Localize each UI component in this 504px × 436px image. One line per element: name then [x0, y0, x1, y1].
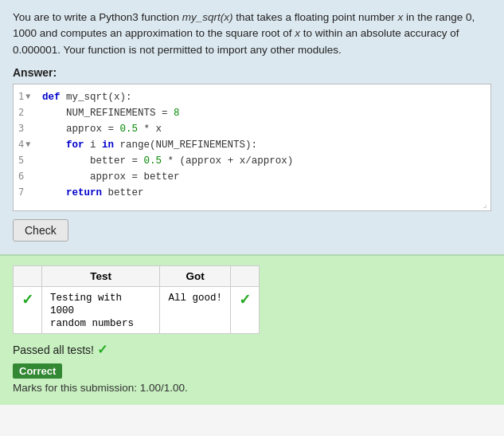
col-header-status — [14, 265, 42, 286]
line-gutter-1: 1 ▼ — [14, 89, 42, 104]
code-line-6: 6 approx = better — [14, 169, 490, 185]
col-header-icon — [230, 265, 259, 286]
line-number-4: 4 — [18, 137, 24, 152]
line-gutter-4: 4 ▼ — [14, 137, 42, 152]
var-x: x — [398, 11, 404, 23]
col-header-test: Test — [42, 265, 160, 286]
row-got-icon: ✓ — [230, 286, 259, 333]
check-button[interactable]: Check — [13, 219, 68, 242]
code-line-7: 7 return better — [14, 185, 490, 201]
line-code-5: better = 0.5 * (approx + x/approx) — [42, 153, 490, 169]
var-x2: x — [295, 27, 300, 39]
answer-label: Answer: — [13, 66, 491, 79]
question-container: You are to write a Python3 function my_s… — [0, 0, 504, 254]
line-arrow-4: ▼ — [25, 138, 30, 151]
line-code-1: def my_sqrt(x): — [42, 89, 490, 105]
code-line-2: 2 NUM_REFINEMENTS = 8 — [14, 105, 490, 121]
passed-text: Passed all tests! — [13, 344, 94, 356]
row-test-text: Testing with 1000random numbers — [42, 286, 160, 333]
results-table: Test Got ✓ Testing with 1000random numbe… — [13, 265, 260, 334]
resize-handle: ⌟ — [482, 200, 487, 209]
pass-check-icon: ✓ — [21, 292, 33, 308]
line-code-6: approx = better — [42, 169, 490, 185]
col-header-got: Got — [160, 265, 231, 286]
marks-text: Marks for this submission: 1.00/1.00. — [13, 382, 491, 394]
line-number-7: 7 — [18, 185, 24, 200]
passed-message: Passed all tests! ✓ — [13, 342, 491, 357]
line-gutter-5: 5 — [14, 153, 42, 168]
line-gutter-2: 2 — [14, 105, 42, 120]
test-description: Testing with 1000random numbers — [50, 293, 134, 329]
code-line-5: 5 better = 0.5 * (approx + x/approx) — [14, 153, 490, 169]
code-line-3: 3 approx = 0.5 * x — [14, 121, 490, 137]
line-number-6: 6 — [18, 169, 24, 184]
line-gutter-6: 6 — [14, 169, 42, 184]
code-line-4: 4 ▼ for i in range(NUM_REFINEMENTS): — [14, 137, 490, 153]
row-status-icon: ✓ — [14, 286, 42, 333]
got-value: All good! — [168, 293, 222, 304]
code-editor[interactable]: 1 ▼ def my_sqrt(x): 2 NUM_REFINEMENTS = … — [13, 84, 491, 211]
results-container: Test Got ✓ Testing with 1000random numbe… — [0, 254, 504, 405]
function-name: my_sqrt(x) — [182, 11, 233, 23]
line-arrow-1: ▼ — [25, 90, 30, 103]
line-gutter-7: 7 — [14, 185, 42, 200]
line-code-3: approx = 0.5 * x — [42, 121, 490, 137]
line-code-4: for i in range(NUM_REFINEMENTS): — [42, 137, 490, 153]
line-code-7: return better — [42, 185, 490, 201]
line-number-2: 2 — [18, 105, 24, 120]
table-header-row: Test Got — [14, 265, 260, 286]
line-code-2: NUM_REFINEMENTS = 8 — [42, 105, 490, 121]
instructions-text: You are to write a Python3 function my_s… — [13, 10, 491, 58]
line-gutter-3: 3 — [14, 121, 42, 136]
passed-check-icon: ✓ — [97, 343, 107, 356]
code-line-1: 1 ▼ def my_sqrt(x): — [14, 89, 490, 105]
line-number-1: 1 — [18, 89, 24, 104]
table-row: ✓ Testing with 1000random numbers All go… — [14, 286, 260, 333]
line-number-3: 3 — [18, 121, 24, 136]
got-check-icon: ✓ — [239, 292, 251, 308]
line-number-5: 5 — [18, 153, 24, 168]
correct-badge: Correct — [13, 363, 62, 379]
row-got-text: All good! — [160, 286, 231, 333]
